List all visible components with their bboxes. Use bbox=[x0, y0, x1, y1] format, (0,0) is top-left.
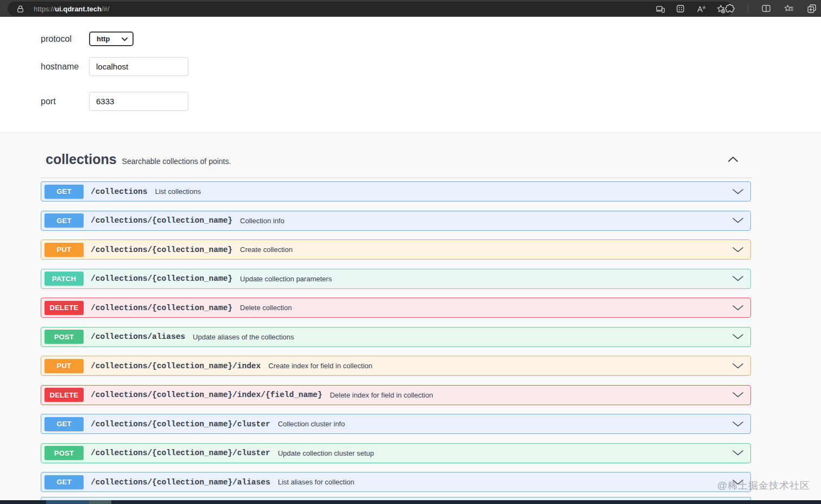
endpoint-summary: List aliases for collection bbox=[278, 478, 355, 486]
url-host: ui.qdrant.tech bbox=[55, 5, 102, 13]
method-badge: POST bbox=[45, 330, 84, 344]
chevron-down-icon[interactable] bbox=[732, 189, 743, 194]
endpoint-row[interactable]: GET /collections/{collection_name}/clust… bbox=[41, 414, 751, 434]
chevron-down-icon[interactable] bbox=[732, 218, 743, 223]
endpoint-row[interactable]: POST /collections/aliases Update aliases… bbox=[41, 327, 751, 347]
collections-section-header: collections Searchable collections of po… bbox=[46, 152, 231, 167]
method-badge: PUT bbox=[45, 359, 84, 373]
hostname-input[interactable] bbox=[89, 57, 188, 76]
method-badge: PUT bbox=[45, 243, 84, 257]
url-path: /#/ bbox=[102, 5, 109, 13]
chevron-down-icon[interactable] bbox=[732, 305, 743, 311]
chevron-down-icon[interactable] bbox=[732, 392, 743, 398]
connection-form: protocol http hostname port bbox=[0, 17, 821, 133]
url-scheme: https:// bbox=[34, 5, 55, 13]
endpoint-summary: Collection info bbox=[240, 217, 285, 225]
endpoint-path: /collections/{collection_name}/cluster bbox=[91, 449, 270, 457]
endpoint-row[interactable]: GET /collections List collections bbox=[41, 181, 751, 201]
method-badge: DELETE bbox=[45, 388, 84, 402]
extensions-icon[interactable] bbox=[725, 4, 735, 14]
endpoint-path: /collections/{collection_name}/index/{fi… bbox=[91, 390, 322, 399]
endpoint-summary: Create collection bbox=[240, 245, 293, 254]
endpoint-summary: Update collection cluster setup bbox=[278, 449, 374, 457]
browser-toolbar: https://ui.qdrant.tech/#/ bbox=[0, 0, 821, 17]
endpoint-path: /collections/{collection_name} bbox=[91, 304, 232, 312]
chevron-down-icon[interactable] bbox=[732, 247, 743, 253]
chevron-up-icon bbox=[728, 155, 738, 163]
devices-icon[interactable] bbox=[655, 4, 665, 14]
favorites-icon[interactable] bbox=[784, 4, 794, 14]
partial-method-badge-glimpse bbox=[46, 500, 89, 504]
protocol-select[interactable]: http bbox=[89, 32, 134, 46]
endpoint-path: /collections/{collection_name}/index bbox=[91, 362, 261, 370]
endpoint-path: /collections bbox=[91, 187, 147, 196]
endpoint-summary: Update aliases of the collections bbox=[193, 333, 294, 341]
section-header-divider bbox=[41, 178, 753, 178]
endpoint-row[interactable]: POST /collections/{collection_name}/clus… bbox=[41, 443, 751, 463]
endpoint-path: /collections/{collection_name} bbox=[91, 245, 232, 254]
window-bottom-edge bbox=[0, 500, 821, 504]
split-screen-icon[interactable] bbox=[761, 4, 771, 14]
read-aloud-icon[interactable] bbox=[696, 4, 705, 14]
endpoint-row[interactable]: DELETE /collections/{collection_name} De… bbox=[41, 298, 751, 318]
endpoint-list: GET /collections List collections GET /c… bbox=[41, 181, 751, 501]
protocol-field-row: protocol http bbox=[41, 32, 134, 46]
browser-action-icons bbox=[725, 0, 817, 17]
hostname-field-row: hostname bbox=[41, 57, 188, 76]
port-field-row: port bbox=[41, 92, 188, 111]
endpoint-row[interactable]: GET /collections/{collection_name} Colle… bbox=[41, 211, 751, 231]
chevron-down-icon[interactable] bbox=[732, 450, 743, 456]
endpoint-summary: Delete collection bbox=[240, 304, 292, 312]
method-badge: GET bbox=[45, 417, 84, 431]
endpoint-row[interactable]: GET /collections/{collection_name}/alias… bbox=[41, 472, 751, 492]
chevron-down-icon[interactable] bbox=[732, 276, 743, 281]
protocol-select-value: http bbox=[97, 35, 110, 43]
section-title: collections bbox=[46, 152, 117, 167]
collections-section: collections Searchable collections of po… bbox=[0, 133, 821, 504]
endpoint-summary: Collection cluster info bbox=[278, 420, 345, 428]
add-favorite-icon[interactable] bbox=[716, 4, 725, 14]
method-badge: GET bbox=[45, 213, 84, 228]
section-description: Searchable collections of points. bbox=[122, 157, 231, 166]
section-collapse-button[interactable] bbox=[727, 155, 739, 163]
endpoint-path: /collections/{collection_name}/aliases bbox=[91, 478, 270, 487]
endpoint-summary: List collections bbox=[155, 187, 201, 196]
lock-icon[interactable] bbox=[15, 4, 25, 14]
endpoint-row[interactable]: PATCH /collections/{collection_name} Upd… bbox=[41, 269, 751, 289]
endpoint-path: /collections/{collection_name}/cluster bbox=[91, 420, 270, 429]
endpoint-row[interactable]: PUT /collections/{collection_name}/index… bbox=[41, 356, 751, 376]
endpoint-path: /collections/aliases bbox=[91, 332, 185, 341]
address-bar-actions bbox=[655, 4, 725, 14]
endpoint-summary: Update collection parameters bbox=[240, 275, 332, 283]
hostname-label: hostname bbox=[41, 62, 89, 72]
add-to-collections-icon[interactable] bbox=[807, 4, 817, 14]
chevron-down-icon[interactable] bbox=[732, 334, 743, 339]
port-label: port bbox=[41, 97, 89, 106]
method-badge: GET bbox=[45, 185, 84, 199]
endpoint-row[interactable]: PUT /collections/{collection_name} Creat… bbox=[41, 240, 751, 260]
method-badge: PATCH bbox=[45, 272, 84, 286]
endpoint-path: /collections/{collection_name} bbox=[91, 274, 232, 283]
apps-grid-icon[interactable] bbox=[675, 4, 685, 14]
protocol-label: protocol bbox=[41, 34, 89, 44]
method-badge: GET bbox=[45, 475, 84, 489]
method-badge: POST bbox=[45, 446, 84, 460]
port-input[interactable] bbox=[89, 92, 188, 111]
chevron-down-icon[interactable] bbox=[732, 363, 743, 369]
address-bar[interactable]: https://ui.qdrant.tech/#/ bbox=[8, 2, 733, 16]
endpoint-summary: Delete index for field in collection bbox=[330, 391, 433, 399]
chevron-down-icon[interactable] bbox=[732, 421, 743, 427]
chevron-down-icon bbox=[122, 35, 128, 43]
url-text[interactable]: https://ui.qdrant.tech/#/ bbox=[34, 5, 109, 13]
endpoint-row[interactable]: DELETE /collections/{collection_name}/in… bbox=[41, 385, 751, 405]
toolbar-separator bbox=[748, 4, 748, 12]
endpoint-path: /collections/{collection_name} bbox=[91, 216, 232, 225]
partial-row-glimpse bbox=[89, 500, 111, 504]
watermark-text: @稀土掘金技术社区 bbox=[717, 479, 810, 492]
endpoint-summary: Create index for field in collection bbox=[268, 362, 372, 370]
method-badge: DELETE bbox=[45, 301, 84, 315]
